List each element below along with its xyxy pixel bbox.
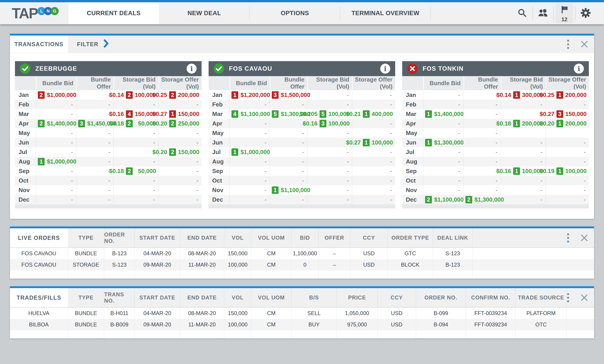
cell-vol: 100,000 bbox=[224, 259, 252, 270]
cell-end-date: 11-MAR-20 bbox=[180, 259, 224, 270]
cell-bundle: 1$1,400,000 bbox=[423, 109, 463, 119]
tab-transactions[interactable]: TRANSACTIONS bbox=[10, 36, 68, 53]
month-label: May bbox=[15, 128, 36, 138]
terminal-row-oct[interactable]: Oct---- bbox=[209, 176, 395, 185]
cell-dash: - bbox=[546, 195, 589, 204]
terminal-row-may[interactable]: May---- bbox=[15, 128, 201, 138]
terminal-row-may[interactable]: May-- bbox=[402, 128, 589, 138]
terminal-row-aug[interactable]: Aug---- bbox=[209, 157, 395, 166]
close-icon[interactable] bbox=[580, 234, 588, 242]
terminal-row-nov[interactable]: Nov-1$1,100,000-- bbox=[209, 185, 395, 195]
close-icon[interactable] bbox=[580, 294, 588, 301]
cell-dash: - bbox=[463, 185, 501, 195]
terminal-row-aug[interactable]: Aug---- bbox=[402, 157, 589, 166]
count-badge: 5 bbox=[272, 110, 278, 118]
empty-cell bbox=[319, 270, 350, 279]
terminal-row-sep[interactable]: Sep---- bbox=[209, 166, 395, 176]
table-row[interactable]: HUELVABUNDLEB-H01104-MAR-2008-MAR-20150,… bbox=[10, 308, 594, 319]
column-header-trans-no: TRANS NO. bbox=[104, 288, 135, 307]
info-icon[interactable]: i bbox=[574, 64, 584, 74]
terminal-row-apr[interactable]: Apr--$0.163100,000- bbox=[209, 119, 395, 128]
panel-actions bbox=[566, 288, 588, 307]
table-row[interactable]: BILBOABUNDLEB-B00909-MAR-2011-MAR-20100,… bbox=[10, 319, 594, 330]
nav-tab-current-deals[interactable]: CURRENT DEALS bbox=[68, 2, 159, 24]
terminal-row-jun[interactable]: Jun---- bbox=[15, 138, 201, 147]
terminal-row-feb[interactable]: Feb---- bbox=[15, 100, 201, 109]
terminal-row-apr[interactable]: Apr2$1,400,0003$1,450,000$0.18250,000$0.… bbox=[15, 119, 201, 128]
terminal-row-apr[interactable]: Apr--$0.181200,000$0.201200,000 bbox=[402, 119, 589, 128]
terminal-row-jun[interactable]: Jun1$1,300,000--- bbox=[402, 138, 589, 147]
count-badge: 1 bbox=[513, 120, 520, 127]
settings-button[interactable] bbox=[576, 2, 596, 24]
cell-dash: - bbox=[546, 157, 589, 166]
count-badge: 3 bbox=[78, 120, 85, 127]
column-header-bundle-offer: Bundle Offer bbox=[76, 76, 113, 90]
terminal-row-jan[interactable]: Jan1$1,200,0003$1,500,000-- bbox=[209, 90, 395, 100]
empty-cell bbox=[224, 270, 252, 279]
cell-dash: - bbox=[352, 195, 395, 204]
terminal-row-feb[interactable]: Feb---- bbox=[209, 100, 395, 109]
terminal-row-jul[interactable]: Jul1$1,000,000--- bbox=[209, 147, 395, 157]
cell-dash: - bbox=[307, 90, 352, 100]
tab-live-orders[interactable]: LIVE ORDERS bbox=[10, 228, 68, 247]
cell-dash: - bbox=[36, 109, 76, 119]
kebab-menu-icon[interactable] bbox=[566, 292, 570, 304]
terminal-rows: Jan--$0.141300,000$0.251200,000Feb----Ma… bbox=[402, 90, 589, 204]
terminal-row-oct[interactable]: Oct---- bbox=[15, 176, 201, 185]
count-badge: 2 bbox=[466, 196, 472, 203]
terminal-row-jul[interactable]: Jul---$0.202150,000 bbox=[15, 147, 201, 157]
table-row[interactable]: FOS CAVAOUBUNDLEB-12304-MAR-2008-MAR-201… bbox=[10, 248, 594, 259]
storage-volume: 200,000 bbox=[178, 91, 199, 99]
empty-cell bbox=[224, 330, 252, 339]
terminal-row-jul[interactable]: Jul---- bbox=[402, 147, 589, 157]
nav-tab-terminal-overview[interactable]: TERMINAL OVERVIEW bbox=[340, 2, 431, 24]
terminal-row-nov[interactable]: Nov---- bbox=[402, 185, 589, 195]
info-icon[interactable]: i bbox=[380, 64, 390, 74]
terminal-row-jun[interactable]: Jun---$0.271100,000 bbox=[209, 138, 395, 147]
count-badge: 2 bbox=[425, 196, 432, 203]
column-header-storage-offer-vol: Storage Offer (Vol) bbox=[352, 76, 395, 90]
terminal-row-mar[interactable]: Mar4$1,100,0005$1,300,000$0.2055100,000$… bbox=[209, 109, 395, 119]
cell-storage: $0.191100,000 bbox=[546, 166, 589, 176]
empty-cell bbox=[104, 270, 135, 279]
table-row[interactable]: FOS CAVAOUSTORAGES-12309-MAR-2011-MAR-20… bbox=[10, 259, 594, 270]
terminal-row-feb[interactable]: Feb---- bbox=[402, 100, 589, 109]
cell-dash: - bbox=[76, 185, 113, 195]
tab-trades[interactable]: TRADES/FILLS bbox=[10, 288, 68, 307]
terminal-row-aug[interactable]: Aug1$1,000,000--- bbox=[15, 157, 201, 166]
cell-dash: - bbox=[229, 195, 270, 204]
cell-dash: - bbox=[36, 128, 76, 138]
storage-price: $0.16 bbox=[109, 111, 124, 118]
users-button[interactable] bbox=[533, 2, 553, 24]
cell-dash: - bbox=[36, 176, 76, 185]
terminal-row-mar[interactable]: Mar1$1,400,000--$0.273150,000 bbox=[402, 109, 589, 119]
nav-tab-new-deal[interactable]: NEW DEAL bbox=[159, 2, 250, 24]
cell-dash: - bbox=[501, 100, 546, 109]
storage-price: $0.18 bbox=[109, 168, 124, 175]
logo-text: TAP bbox=[12, 5, 38, 22]
close-icon[interactable] bbox=[580, 40, 588, 48]
nav-tab-options[interactable]: OPTIONS bbox=[250, 2, 340, 24]
kebab-menu-icon[interactable] bbox=[566, 38, 570, 50]
cell-storage: $0.2055100,000 bbox=[307, 109, 352, 119]
terminal-row-may[interactable]: May---- bbox=[209, 128, 395, 138]
terminal-row-oct[interactable]: Oct---- bbox=[402, 176, 589, 185]
terminal-row-sep[interactable]: Sep--$0.18250,000- bbox=[15, 166, 201, 176]
cell-storage: $0.252200,000 bbox=[158, 90, 201, 100]
terminal-row-dec[interactable]: Dec---- bbox=[15, 195, 201, 204]
terminal-row-jan[interactable]: Jan2$1,000,000-$0.142100,000$0.252200,00… bbox=[15, 90, 201, 100]
filter-button[interactable]: FILTER bbox=[77, 36, 109, 53]
terminal-row-dec[interactable]: Dec---- bbox=[209, 195, 395, 204]
search-button[interactable] bbox=[512, 2, 532, 24]
terminal-row-dec[interactable]: Dec2$1,100,0002$1,300,000-- bbox=[402, 195, 589, 204]
terminal-row-mar[interactable]: Mar--$0.164150,000$0.271150,000 bbox=[15, 109, 201, 119]
cell-dash: - bbox=[352, 119, 395, 128]
kebab-menu-icon[interactable] bbox=[566, 232, 570, 244]
flag-button[interactable]: 12 bbox=[555, 3, 573, 23]
terminal-row-jan[interactable]: Jan--$0.141300,000$0.251200,000 bbox=[402, 90, 589, 100]
cell-dash: - bbox=[36, 195, 76, 204]
terminal-row-nov[interactable]: Nov---- bbox=[15, 185, 201, 195]
info-icon[interactable]: i bbox=[187, 64, 197, 74]
terminal-row-sep[interactable]: Sep--$0.161100,000$0.191100,000 bbox=[402, 166, 589, 176]
month-label: Jul bbox=[15, 147, 36, 157]
